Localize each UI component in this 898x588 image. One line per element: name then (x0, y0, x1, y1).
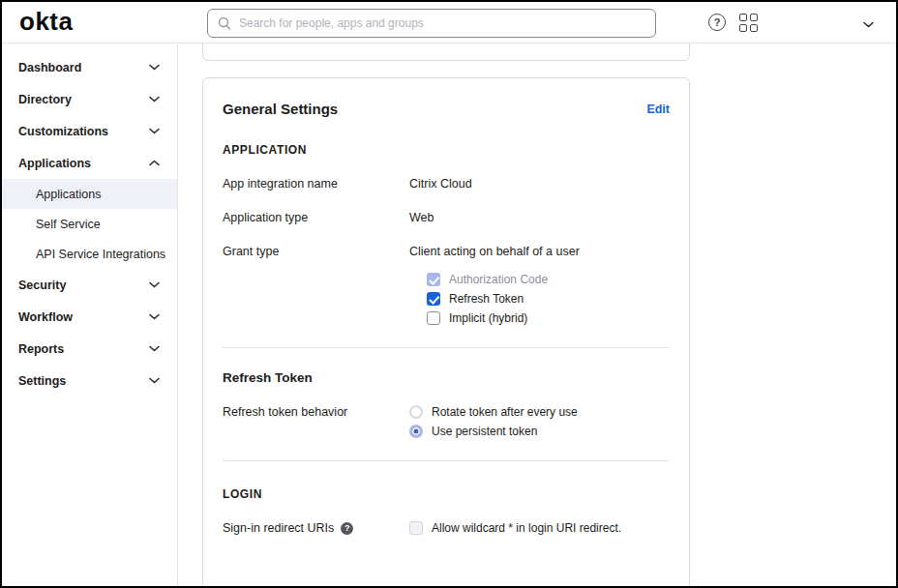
radio-unselected-icon[interactable] (409, 405, 423, 419)
checkbox-refresh-token[interactable]: Refresh Token (427, 292, 670, 306)
app-window: okta ? Dashboard Directory Custo (0, 0, 898, 588)
field-application-type: Application type Web (223, 211, 670, 224)
general-settings-card: General Settings Edit APPLICATION App in… (202, 77, 690, 588)
application-section-heading: APPLICATION (223, 143, 670, 157)
search-box[interactable] (207, 9, 656, 38)
sidebar-item-applications[interactable]: Applications (2, 147, 177, 179)
field-app-integration-name: App integration name Citrix Cloud (223, 177, 670, 191)
chevron-down-icon (149, 377, 160, 384)
sidebar-subitem-api-service-integrations[interactable]: API Service Integrations (2, 239, 177, 269)
sidebar-item-settings[interactable]: Settings (2, 365, 177, 397)
radio-selected-icon[interactable] (409, 425, 423, 438)
field-sign-in-redirect-uris: Sign-in redirect URIs ? Allow wildcard *… (223, 521, 670, 535)
grant-type-group-label: Client acting on behalf of a user (409, 245, 670, 258)
chevron-down-icon (149, 281, 160, 288)
checkbox-implicit-hybrid[interactable]: Implicit (hybrid) (427, 311, 670, 325)
section-divider (223, 460, 670, 461)
radio-use-persistent-token[interactable]: Use persistent token (409, 425, 670, 438)
sidebar-item-workflow[interactable]: Workflow (2, 301, 177, 333)
sidebar-subitem-self-service[interactable]: Self Service (2, 209, 177, 239)
checkbox-checked-icon[interactable] (427, 292, 440, 306)
search-icon (218, 16, 231, 30)
checkbox-authorization-code: Authorization Code (427, 273, 670, 286)
field-refresh-token-behavior: Refresh token behavior Rotate token afte… (223, 405, 670, 438)
login-section-heading: LOGIN (223, 487, 670, 501)
apps-grid-icon (739, 14, 758, 32)
page-title: General Settings (223, 101, 338, 117)
sidebar-item-directory[interactable]: Directory (2, 83, 177, 115)
help-button[interactable]: ? (706, 12, 728, 33)
sidebar-subitem-applications[interactable]: Applications (2, 179, 177, 209)
chevron-down-icon (149, 345, 160, 352)
top-bar: okta ? (2, 2, 896, 44)
checkbox-allow-wildcard: Allow wildcard * in login URI redirect. (409, 521, 670, 535)
previous-card-edge (202, 41, 690, 61)
info-icon[interactable]: ? (341, 522, 353, 535)
help-icon: ? (708, 14, 726, 31)
edit-button[interactable]: Edit (646, 103, 670, 116)
checkbox-checked-disabled-icon (427, 273, 440, 286)
sidebar-item-dashboard[interactable]: Dashboard (2, 51, 177, 83)
sidebar: Dashboard Directory Customizations Appli… (2, 44, 178, 586)
chevron-down-icon (149, 96, 160, 103)
sidebar-item-reports[interactable]: Reports (2, 333, 177, 365)
chevron-down-icon (863, 21, 874, 28)
main-content: General Settings Edit APPLICATION App in… (179, 44, 896, 586)
search-input[interactable] (239, 16, 645, 30)
radio-rotate-token[interactable]: Rotate token after every use (409, 405, 670, 419)
user-menu-button[interactable] (857, 14, 879, 35)
sidebar-item-customizations[interactable]: Customizations (2, 115, 177, 147)
checkbox-unchecked-icon[interactable] (427, 311, 440, 325)
chevron-down-icon (149, 64, 160, 71)
okta-logo[interactable]: okta (19, 7, 73, 37)
checkbox-unchecked-disabled-icon (409, 521, 423, 535)
refresh-token-section-heading: Refresh Token (223, 370, 670, 385)
apps-grid-button[interactable] (737, 12, 759, 33)
chevron-down-icon (149, 128, 160, 134)
sidebar-item-security[interactable]: Security (2, 269, 177, 301)
field-grant-type: Grant type Client acting on behalf of a … (223, 245, 670, 325)
chevron-down-icon (149, 313, 160, 320)
section-divider (223, 347, 670, 348)
chevron-up-icon (149, 160, 160, 166)
